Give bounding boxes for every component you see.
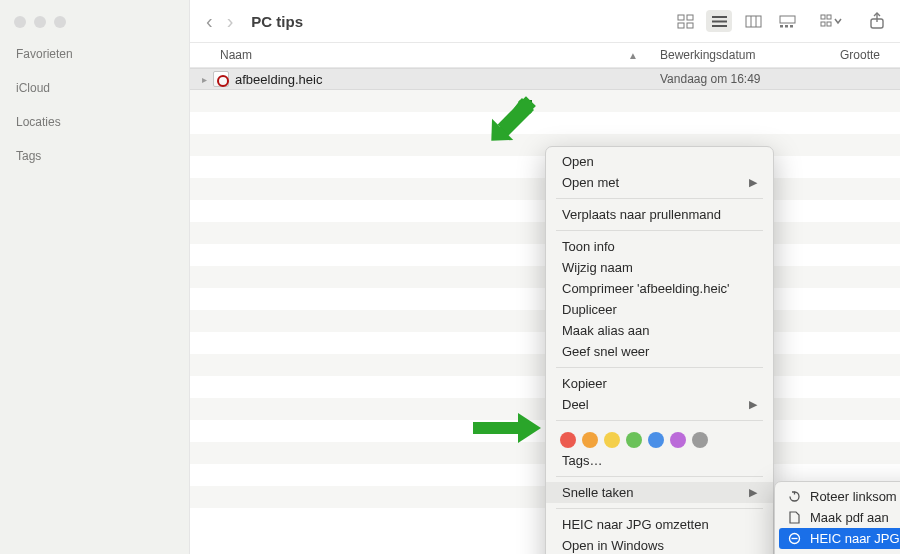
svg-rect-3 xyxy=(687,23,693,28)
icon-view-button[interactable] xyxy=(672,10,698,32)
zoom-window-button[interactable] xyxy=(54,16,66,28)
menu-compress[interactable]: Comprimeer 'afbeelding.heic' xyxy=(546,278,773,299)
column-view-button[interactable] xyxy=(740,10,766,32)
svg-rect-14 xyxy=(821,15,825,19)
chevron-right-icon: ▸ xyxy=(202,74,207,85)
menu-copy[interactable]: Kopieer xyxy=(546,373,773,394)
menu-open-in-windows[interactable]: Open in Windows xyxy=(546,535,773,554)
menu-make-alias[interactable]: Maak alias aan xyxy=(546,320,773,341)
tag-red[interactable] xyxy=(560,432,576,448)
main-panel: ‹ › PC tips Naam▲ Bewerkingsdatum Groott… xyxy=(190,0,900,554)
image-file-icon xyxy=(213,71,229,87)
column-date-header[interactable]: Bewerkingsdatum xyxy=(650,48,830,62)
svg-rect-13 xyxy=(790,25,793,28)
svg-rect-12 xyxy=(785,25,788,28)
minimize-window-button[interactable] xyxy=(34,16,46,28)
window-title: PC tips xyxy=(251,13,303,30)
svg-rect-17 xyxy=(827,22,831,26)
quick-actions-submenu: Roteer linksom Maak pdf aan HEIC naar JP… xyxy=(774,481,900,554)
chevron-right-icon: ▶ xyxy=(749,486,757,499)
file-row[interactable]: ▸ afbeelding.heic Vandaag om 16:49 xyxy=(190,68,900,90)
tag-purple[interactable] xyxy=(670,432,686,448)
svg-rect-0 xyxy=(678,15,684,20)
tag-green[interactable] xyxy=(626,432,642,448)
svg-rect-2 xyxy=(678,23,684,28)
context-menu: Open Open met▶ Verplaats naar prullenman… xyxy=(545,146,774,554)
menu-open-with[interactable]: Open met▶ xyxy=(546,172,773,193)
sidebar-section-locations[interactable]: Locaties xyxy=(0,110,189,134)
sidebar: Favorieten iCloud Locaties Tags xyxy=(0,0,190,554)
sidebar-section-tags[interactable]: Tags xyxy=(0,144,189,168)
gallery-view-button[interactable] xyxy=(774,10,800,32)
file-date-label: Vandaag om 16:49 xyxy=(650,72,830,86)
back-button[interactable]: ‹ xyxy=(206,10,213,33)
submenu-heic-to-jpg[interactable]: HEIC naar JPG omzetten xyxy=(779,528,900,549)
sidebar-section-favorites[interactable]: Favorieten xyxy=(0,42,189,66)
submenu-create-pdf[interactable]: Maak pdf aan xyxy=(775,507,900,528)
close-window-button[interactable] xyxy=(14,16,26,28)
tag-yellow[interactable] xyxy=(604,432,620,448)
menu-get-info[interactable]: Toon info xyxy=(546,236,773,257)
column-size-header[interactable]: Grootte xyxy=(830,48,900,62)
share-button[interactable] xyxy=(864,10,890,32)
sort-ascending-icon: ▲ xyxy=(628,50,638,61)
column-header: Naam▲ Bewerkingsdatum Grootte xyxy=(190,42,900,68)
group-by-button[interactable] xyxy=(812,10,852,32)
menu-share[interactable]: Deel▶ xyxy=(546,394,773,415)
rotate-icon xyxy=(787,490,802,503)
forward-button[interactable]: › xyxy=(227,10,234,33)
tag-orange[interactable] xyxy=(582,432,598,448)
tag-blue[interactable] xyxy=(648,432,664,448)
svg-rect-11 xyxy=(780,25,783,28)
svg-rect-7 xyxy=(746,16,761,27)
submenu-rotate-left[interactable]: Roteer linksom xyxy=(775,486,900,507)
svg-rect-15 xyxy=(827,15,831,19)
file-list[interactable]: ▸ afbeelding.heic Vandaag om 16:49 Open … xyxy=(190,68,900,554)
list-view-button[interactable] xyxy=(706,10,732,32)
svg-rect-16 xyxy=(821,22,825,26)
menu-quick-actions[interactable]: Snelle taken▶ xyxy=(546,482,773,503)
menu-heic-to-jpg-service[interactable]: HEIC naar JPG omzetten xyxy=(546,514,773,535)
menu-rename[interactable]: Wijzig naam xyxy=(546,257,773,278)
convert-icon xyxy=(787,532,802,545)
menu-tags[interactable]: Tags… xyxy=(546,450,773,471)
svg-rect-1 xyxy=(687,15,693,20)
finder-window: Favorieten iCloud Locaties Tags ‹ › PC t… xyxy=(0,0,900,554)
column-name-header[interactable]: Naam▲ xyxy=(190,48,650,62)
svg-rect-10 xyxy=(780,16,795,23)
toolbar: ‹ › PC tips xyxy=(190,0,900,42)
chevron-right-icon: ▶ xyxy=(749,176,757,189)
chevron-right-icon: ▶ xyxy=(749,398,757,411)
menu-duplicate[interactable]: Dupliceer xyxy=(546,299,773,320)
menu-open[interactable]: Open xyxy=(546,151,773,172)
menu-quick-look[interactable]: Geef snel weer xyxy=(546,341,773,362)
tag-color-row xyxy=(546,426,773,450)
file-name-label: afbeelding.heic xyxy=(235,72,322,87)
tag-gray[interactable] xyxy=(692,432,708,448)
menu-move-to-trash[interactable]: Verplaats naar prullenmand xyxy=(546,204,773,225)
sidebar-section-icloud[interactable]: iCloud xyxy=(0,76,189,100)
view-switcher xyxy=(672,10,800,32)
window-traffic-lights xyxy=(0,8,189,42)
document-icon xyxy=(787,511,802,524)
